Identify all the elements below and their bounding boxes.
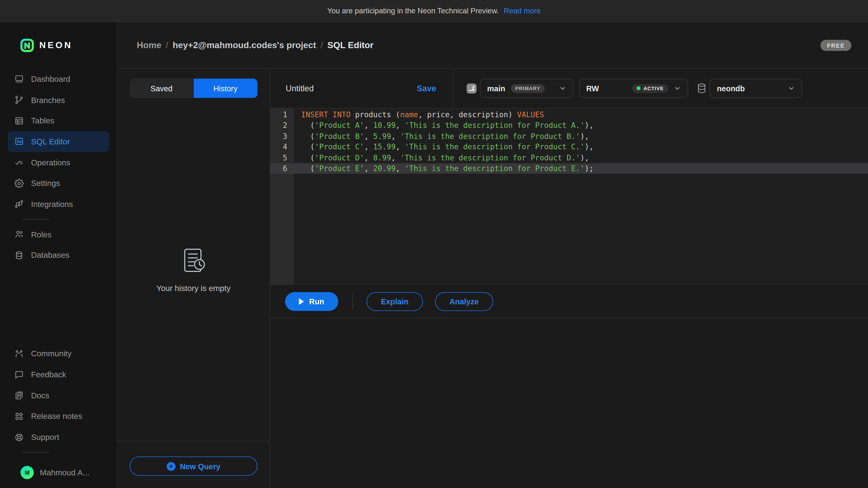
sidebar-item-community[interactable]: Community <box>8 344 109 364</box>
code-line-text: ('Product C', 15.99, 'This is the descri… <box>294 142 868 153</box>
code-line-text: ('Product D', 8.99, 'This is the descrip… <box>294 153 868 163</box>
sql-editor-icon <box>14 137 24 147</box>
sidebar-divider <box>22 452 49 453</box>
code-line-text: ('Product B', 5.99, 'This is the descrip… <box>294 131 868 142</box>
new-query-label: New Query <box>180 462 220 470</box>
history-empty-icon <box>179 246 208 275</box>
sidebar-item-label: Integrations <box>31 200 73 208</box>
support-icon <box>14 432 24 442</box>
sidebar-item-label: Roles <box>31 230 52 239</box>
sidebar-item-operations[interactable]: Operations <box>8 152 109 173</box>
line-number: 3 <box>270 131 294 142</box>
line-number: 4 <box>270 142 294 153</box>
history-panel: Saved History <box>117 69 270 488</box>
sidebar-item-dashboard[interactable]: Dashboard <box>8 69 109 90</box>
code-line-text: ('Product A', 10.99, 'This is the descri… <box>294 120 868 131</box>
plus-icon: + <box>166 462 176 470</box>
sidebar-item-label: Operations <box>31 158 70 167</box>
sidebar-item-feedback[interactable]: Feedback <box>8 364 109 385</box>
code-line[interactable]: 6 ('Product E', 20.99, 'This is the desc… <box>270 163 868 174</box>
sidebar-item-label: Feedback <box>31 370 66 379</box>
sidebar-item-label: Docs <box>31 391 49 400</box>
sidebar-item-databases[interactable]: Databases <box>8 245 109 266</box>
run-button[interactable]: Run <box>285 292 338 311</box>
code-line[interactable]: 1INSERT INTO products (name, price, desc… <box>270 109 868 121</box>
code-line[interactable]: 4 ('Product C', 15.99, 'This is the desc… <box>270 142 868 153</box>
code-line[interactable]: 3 ('Product B', 5.99, 'This is the descr… <box>270 131 868 142</box>
feedback-icon <box>14 370 24 379</box>
sidebar-item-integrations[interactable]: Integrations <box>8 194 109 215</box>
breadcrumb-project[interactable]: hey+2@mahmoud.codes's project <box>173 40 316 50</box>
docs-icon <box>14 391 24 400</box>
editor-toolbar: Untitled Save <box>270 69 868 108</box>
sidebar-item-label: Tables <box>31 116 54 125</box>
code-line[interactable]: 5 ('Product D', 8.99, 'This is the descr… <box>270 153 868 163</box>
sidebar-divider <box>22 219 49 219</box>
code-lines: 1INSERT INTO products (name, price, desc… <box>270 108 868 174</box>
branch-selector[interactable]: main PRIMARY <box>480 78 574 98</box>
compute-selector[interactable]: RW ACTIVE <box>579 78 688 98</box>
sql-editor-panel: Untitled Save <box>270 69 868 488</box>
tab-saved[interactable]: Saved <box>129 78 193 98</box>
analyze-button[interactable]: Analyze <box>435 292 493 311</box>
branches-icon <box>14 95 24 105</box>
history-empty-text: Your history is empty <box>156 284 230 293</box>
sidebar: NEON Dashboard Branches <box>0 22 117 488</box>
saved-history-tabs: Saved History <box>129 78 257 98</box>
technical-preview-banner: You are participating in the Neon Techni… <box>0 0 868 22</box>
breadcrumb-separator: / <box>320 40 323 50</box>
read-more-link[interactable]: Read more <box>504 6 541 15</box>
community-icon <box>14 349 24 359</box>
release-notes-icon <box>14 412 24 421</box>
breadcrumb-section: SQL Editor <box>327 40 373 50</box>
neon-logo[interactable]: NEON <box>0 22 117 69</box>
query-title[interactable]: Untitled <box>286 84 314 93</box>
sidebar-item-sql-editor[interactable]: SQL Editor <box>8 131 109 152</box>
runbar-divider <box>352 293 352 310</box>
banner-text: You are participating in the Neon Techni… <box>327 6 499 15</box>
sidebar-item-docs[interactable]: Docs <box>8 385 109 406</box>
sidebar-item-label: Release notes <box>31 412 82 421</box>
primary-nav: Dashboard Branches Tables <box>0 69 117 266</box>
run-bar: Run Explain Analyze <box>270 285 868 318</box>
sidebar-item-support[interactable]: Support <box>8 427 109 448</box>
account-name: Mahmoud A... <box>40 468 89 477</box>
sidebar-item-label: SQL Editor <box>31 137 70 146</box>
tab-history[interactable]: History <box>193 78 257 98</box>
neon-wordmark: NEON <box>39 40 73 51</box>
account-menu[interactable]: M Mahmoud A... <box>0 457 117 488</box>
compute-name: RW <box>586 84 599 93</box>
database-name: neondb <box>717 84 745 93</box>
history-empty-state: Your history is empty <box>117 98 270 441</box>
chevron-down-icon <box>674 85 681 92</box>
active-badge: ACTIVE <box>632 84 668 93</box>
plan-badge: FREE <box>820 39 851 51</box>
neon-logomark-icon <box>20 38 34 53</box>
database-selector[interactable]: neondb <box>710 78 802 98</box>
save-button[interactable]: Save <box>417 84 436 93</box>
explain-button[interactable]: Explain <box>366 292 423 311</box>
sidebar-item-roles[interactable]: Roles <box>8 224 109 245</box>
roles-icon <box>14 230 24 239</box>
code-line[interactable]: 2 ('Product A', 10.99, 'This is the desc… <box>270 120 868 131</box>
database-icon <box>697 83 706 94</box>
code-editor[interactable]: 1INSERT INTO products (name, price, desc… <box>270 108 868 285</box>
code-line-text: ('Product E', 20.99, 'This is the descri… <box>294 163 868 174</box>
sidebar-item-label: Community <box>31 349 72 358</box>
breadcrumb-home[interactable]: Home <box>137 40 161 50</box>
sidebar-item-label: Support <box>31 433 59 442</box>
app-root: You are participating in the Neon Techni… <box>0 0 868 488</box>
sidebar-item-tables[interactable]: Tables <box>8 110 109 131</box>
integrations-icon <box>14 199 24 209</box>
new-query-button[interactable]: + New Query <box>129 456 257 476</box>
primary-badge: PRIMARY <box>511 84 545 93</box>
sidebar-item-branches[interactable]: Branches <box>8 90 109 110</box>
chevron-down-icon <box>559 85 566 92</box>
sidebar-item-settings[interactable]: Settings <box>8 173 109 194</box>
breadcrumb-separator: / <box>166 40 168 50</box>
code-line-text: INSERT INTO products (name, price, descr… <box>294 109 868 121</box>
sidebar-item-release-notes[interactable]: Release notes <box>8 406 109 427</box>
support-nav: Community Feedback Docs <box>0 344 117 448</box>
play-icon <box>299 298 304 304</box>
active-dot-icon <box>637 86 641 90</box>
